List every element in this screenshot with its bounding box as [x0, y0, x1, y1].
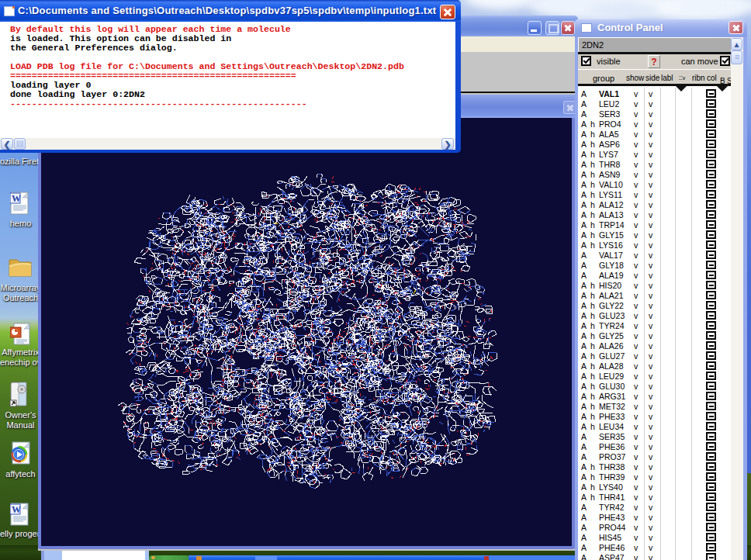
svg-text:W: W [12, 504, 21, 515]
svg-text:W: W [12, 193, 21, 204]
